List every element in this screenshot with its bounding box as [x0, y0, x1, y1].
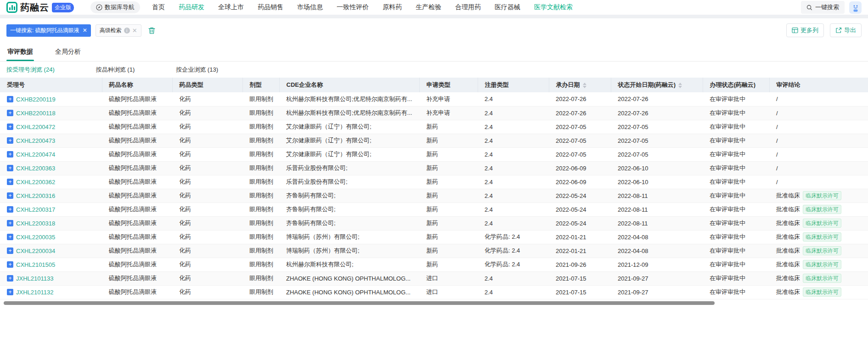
accept-date-cell: 2022-05-24	[549, 189, 611, 203]
acceptance-number-link[interactable]: +CXHB2200118	[7, 110, 56, 117]
nav-item-11[interactable]: 医学文献检索	[534, 3, 573, 11]
column-header-9: 状态开始日期(药融云)	[611, 78, 703, 92]
acceptance-number-link[interactable]: +CXHL2200317	[7, 206, 55, 213]
sort-ascending-icon[interactable]	[583, 83, 586, 85]
acceptance-number-link[interactable]: +CXHB2200119	[7, 96, 56, 103]
dosage-form-cell: 眼用制剂	[242, 230, 279, 244]
expand-row-icon[interactable]: +	[7, 248, 13, 254]
drug-type-cell: 化药	[172, 271, 242, 285]
company-cell: ZHAOKE (HONG KONG) OPHTHALMOLOG...	[279, 285, 419, 299]
database-nav-label: 数据库导航	[105, 3, 135, 11]
remove-search-tag-icon[interactable]: ✕	[83, 27, 87, 34]
nav-item-4[interactable]: 药品销售	[258, 3, 283, 11]
dosage-form-cell: 眼用制剂	[242, 258, 279, 271]
sort-ascending-icon[interactable]	[678, 83, 682, 85]
company-cell: 杭州赫尔斯科技有限公司;	[279, 258, 419, 271]
sort-icons[interactable]	[583, 83, 586, 88]
accept-date-cell: 2022-01-21	[549, 244, 611, 258]
brand-logo[interactable]: 药融云 企业版	[6, 1, 74, 14]
subtab-3[interactable]: 按企业浏览 (13)	[176, 66, 218, 74]
status-cell: 在审评审批中	[703, 258, 769, 271]
acceptance-number-link[interactable]: +JXHL2101133	[7, 275, 53, 282]
expand-row-icon[interactable]: +	[7, 289, 13, 295]
nav-item-6[interactable]: 一致性评价	[337, 3, 369, 11]
expand-row-icon[interactable]: +	[7, 165, 13, 171]
acceptance-number-link[interactable]: +CXHL2200318	[7, 220, 55, 227]
advanced-search-label: 高级检索	[100, 27, 122, 34]
acceptance-number-link[interactable]: +CXHL2101505	[7, 261, 55, 268]
acceptance-number-link[interactable]: +JXHL2101132	[7, 289, 53, 296]
expand-row-icon[interactable]: +	[7, 192, 13, 199]
acceptance-number-link[interactable]: +CXHL2200362	[7, 179, 55, 186]
advanced-search-tag[interactable]: 高级检索 i ✕	[96, 24, 141, 37]
acceptance-number-link[interactable]: +CXHL2200034	[7, 248, 55, 254]
dosage-form-cell: 眼用制剂	[242, 203, 279, 216]
acceptance-number-link[interactable]: +CXHL2200473	[7, 137, 55, 144]
quick-search-button[interactable]: 一键搜索	[801, 1, 845, 14]
sort-descending-icon[interactable]	[583, 86, 586, 88]
table-row: +CXHL2200318硫酸阿托品滴眼液化药眼用制剂齐鲁制药有限公司;新药2.4…	[0, 216, 868, 230]
subtab-2[interactable]: 按品种浏览 (1)	[96, 66, 135, 74]
database-nav-button[interactable]: 数据库导航	[90, 1, 140, 13]
apply-type-cell: 新药	[419, 216, 478, 230]
info-icon[interactable]: i	[124, 28, 130, 34]
nav-item-8[interactable]: 生产检验	[416, 3, 441, 11]
status-date-cell: 2022-06-10	[611, 161, 703, 175]
subtab-1[interactable]: 按受理号浏览 (24)	[6, 66, 55, 74]
sort-descending-icon[interactable]	[678, 86, 682, 88]
nav-item-7[interactable]: 原料药	[383, 3, 402, 11]
company-cell: 齐鲁制药有限公司;	[279, 189, 419, 203]
acceptance-no-cell: +CXHL2200363	[0, 161, 102, 175]
column-header-11: 审评结论	[769, 78, 868, 92]
company-cell: 齐鲁制药有限公司;	[279, 216, 419, 230]
status-cell: 在审评审批中	[703, 189, 769, 203]
active-search-tag[interactable]: 一键搜索: 硫酸阿托品滴眼液 ✕	[6, 24, 91, 37]
expand-row-icon[interactable]: +	[7, 179, 13, 185]
expand-row-icon[interactable]: +	[7, 220, 13, 226]
tab-1[interactable]: 审评数据	[6, 43, 34, 61]
expand-row-icon[interactable]: +	[7, 261, 13, 268]
accept-date-cell: 2022-07-26	[549, 106, 611, 120]
expand-row-icon[interactable]: +	[7, 124, 13, 130]
nav-item-10[interactable]: 医疗器械	[495, 3, 520, 11]
export-button[interactable]: 导出	[830, 23, 862, 37]
nav-item-2[interactable]: 药品研发	[179, 3, 204, 11]
columns-icon	[792, 27, 798, 34]
drug-name-cell: 硫酸阿托品滴眼液	[102, 106, 172, 120]
tab-2[interactable]: 全局分析	[54, 43, 82, 61]
apply-type-cell: 新药	[419, 189, 478, 203]
expand-row-icon[interactable]: +	[7, 137, 13, 144]
acceptance-number-link[interactable]: +CXHL2200472	[7, 124, 55, 130]
nav-item-1[interactable]: 首页	[152, 3, 165, 11]
nav-item-5[interactable]: 市场信息	[297, 3, 323, 11]
acceptance-number-link[interactable]: +CXHL2200363	[7, 165, 55, 172]
acceptance-number-link[interactable]: +CXHL2200035	[7, 234, 55, 241]
more-columns-button[interactable]: 更多列	[786, 23, 824, 37]
reg-type-cell: 化学药品: 2.4	[478, 230, 549, 244]
acceptance-no-cell: +CXHL2200316	[0, 189, 102, 203]
column-header-label-4: 剂型	[250, 81, 262, 88]
conclusion-cell: /	[769, 92, 868, 106]
sort-icons[interactable]	[678, 83, 682, 88]
expand-row-icon[interactable]: +	[7, 234, 13, 240]
acceptance-number-link[interactable]: +CXHL2200316	[7, 192, 55, 199]
company-cell: 博瑞制药（苏州）有限公司;	[279, 230, 419, 244]
expand-row-icon[interactable]: +	[7, 275, 13, 281]
clinical-approval-tag: 临床默示许可	[803, 260, 841, 269]
nav-item-9[interactable]: 合理用药	[455, 3, 481, 11]
nav-item-3[interactable]: 全球上市	[218, 3, 244, 11]
acceptance-number-link[interactable]: +CXHL2200474	[7, 151, 55, 158]
clear-filters-button[interactable]	[148, 27, 156, 34]
table-row: +CXHB2200119硫酸阿托品滴眼液化药眼用制剂杭州赫尔斯科技有限公司;优尼…	[0, 92, 868, 106]
expand-row-icon[interactable]: +	[7, 151, 13, 158]
expand-row-icon[interactable]: +	[7, 110, 13, 116]
conclusion-cell: 批准临床临床默示许可	[769, 244, 868, 258]
expand-row-icon[interactable]: +	[7, 206, 13, 213]
horizontal-scrollbar-thumb[interactable]	[4, 301, 715, 305]
expand-row-icon[interactable]: +	[7, 96, 13, 102]
user-avatar[interactable]	[849, 1, 862, 14]
apply-type-cell: 新药	[419, 147, 478, 161]
table-row: +CXHB2200118硫酸阿托品滴眼液化药眼用制剂杭州赫尔斯科技有限公司;优尼…	[0, 106, 868, 120]
drug-name-cell: 硫酸阿托品滴眼液	[102, 203, 172, 216]
remove-advanced-tag-icon[interactable]: ✕	[132, 27, 137, 34]
